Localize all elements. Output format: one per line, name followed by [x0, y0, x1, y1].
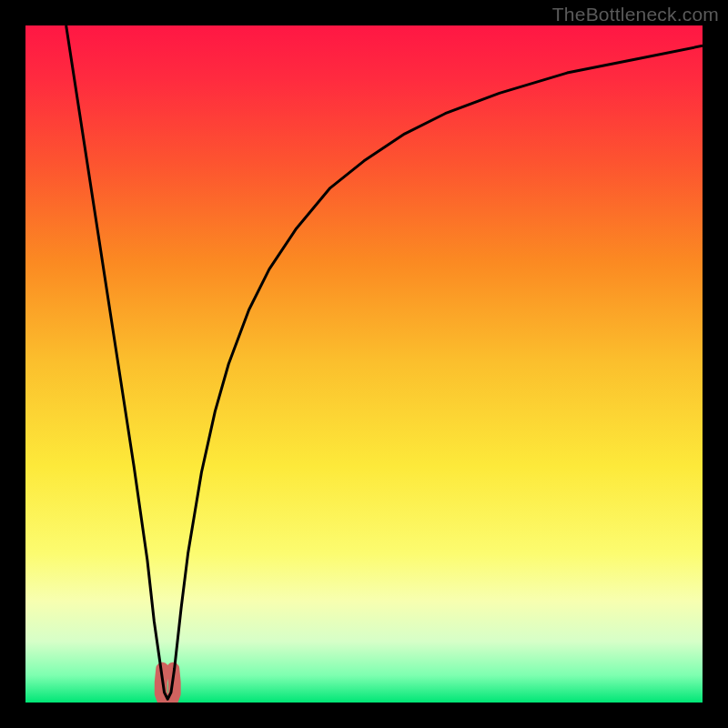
plot-area [25, 25, 703, 703]
bottleneck-chart [25, 25, 703, 703]
gradient-background [25, 25, 703, 703]
watermark-label: TheBottleneck.com [552, 4, 719, 25]
chart-frame: TheBottleneck.com [0, 0, 728, 728]
